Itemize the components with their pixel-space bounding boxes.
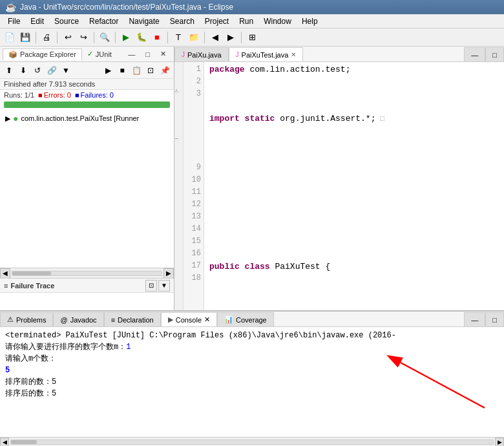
toolbar: 📄 💾 🖨 ↩ ↪ 🔍 ▶ 🐛 ■ T 📁 ◀ ▶ ⊞ (0, 28, 504, 47)
history-btn[interactable]: 📋 (130, 64, 143, 77)
progress-bar (4, 101, 170, 108)
refresh-btn[interactable]: ↺ (31, 64, 44, 77)
hscroll-track[interactable] (10, 440, 494, 445)
menu-help[interactable]: Help (297, 16, 323, 27)
finished-text: Finished after 7.913 seconds (4, 80, 95, 88)
progress-bar-container (4, 101, 170, 108)
hscroll-right-btn[interactable]: ▶ (495, 438, 504, 447)
menu-search[interactable]: Search (165, 16, 200, 27)
console-icon: ▶ (168, 315, 173, 324)
tab-package-explorer[interactable]: 📦 Package Explorer (3, 48, 82, 60)
tab-javadoc[interactable]: @ Javadoc (53, 312, 103, 326)
menu-file[interactable]: File (3, 16, 25, 27)
sep5 (167, 32, 168, 43)
menu-source[interactable]: Source (49, 16, 84, 27)
link-editor-btn[interactable]: 🔗 (45, 64, 58, 77)
declaration-label: Declaration (118, 316, 154, 324)
menu-navigate[interactable]: Navigate (123, 16, 164, 27)
search-btn[interactable]: 🔍 (98, 30, 112, 45)
code-editor[interactable]: package com.lin.action.test; import stat… (204, 62, 504, 310)
javadoc-label: Javadoc (70, 316, 97, 324)
left-scrollbar[interactable]: ◀ ▶ (0, 268, 174, 278)
menu-project[interactable]: Project (200, 16, 234, 27)
failure-trace-panel: ≡ Failure Trace ⊡ ▼ (0, 278, 174, 310)
tree-item[interactable]: ▶ ● com.lin.action.test.PaiXuTest [Runne… (3, 112, 171, 125)
tab-coverage[interactable]: 📊 Coverage (217, 312, 274, 326)
code-area[interactable]: ⚠ − 123 910 1112131415 161718 package co… (174, 62, 504, 310)
stop-btn[interactable]: ■ (150, 30, 164, 45)
scroll-lock-btn[interactable]: 📌 (158, 64, 171, 77)
view-menu-btn[interactable]: ▼ (59, 64, 72, 77)
menu-edit[interactable]: Edit (25, 16, 49, 27)
print-btn[interactable]: 🖨 (39, 30, 54, 45)
run-btn[interactable]: ▶ (119, 30, 133, 45)
junit-label: JUnit (96, 50, 112, 58)
ftr-btn1[interactable]: ⊡ (145, 280, 157, 292)
declaration-icon: ≡ (111, 316, 115, 324)
collapse-all-btn[interactable]: ⬆ (3, 64, 16, 77)
failure-trace-header: ≡ Failure Trace ⊡ ▼ (0, 279, 174, 293)
rerun-btn[interactable]: ▶ (101, 64, 114, 77)
package-explorer-label: Package Explorer (20, 50, 76, 58)
tab-console[interactable]: ▶ Console ✕ (161, 312, 217, 326)
maximize-left-btn[interactable]: □ (140, 49, 155, 59)
toggle-btn[interactable]: ⊡ (144, 64, 157, 77)
next-edit-btn[interactable]: ▶ (224, 30, 238, 45)
minimize-bottom-btn[interactable]: — (464, 312, 485, 326)
scroll-right-btn[interactable]: ▶ (163, 268, 174, 279)
maximize-bottom-btn[interactable]: □ (485, 312, 504, 326)
tab-problems[interactable]: ⚠ Problems (0, 312, 53, 326)
scroll-track[interactable] (12, 271, 162, 276)
tab-declaration[interactable]: ≡ Declaration (104, 312, 161, 326)
menu-window[interactable]: Window (258, 16, 297, 27)
maximize-editor-btn[interactable]: □ (485, 47, 504, 61)
status-line: Finished after 7.913 seconds (0, 79, 174, 90)
tab-junit[interactable]: ✓ JUnit (82, 48, 117, 59)
menu-run[interactable]: Run (234, 16, 258, 27)
minimize-left-btn[interactable]: — (123, 49, 140, 59)
bottom-scrollbar[interactable]: ◀ ▶ (0, 437, 504, 446)
save-btn[interactable]: 💾 (18, 30, 32, 45)
close-left-btn[interactable]: ✕ (155, 48, 171, 59)
expand-all-btn[interactable]: ⬇ (17, 64, 30, 77)
close-tab-btn[interactable]: ✕ (291, 51, 296, 58)
menu-refactor[interactable]: Refactor (84, 16, 123, 27)
gutter-markers: ⚠ − (174, 62, 184, 310)
redo-btn[interactable]: ↪ (76, 30, 90, 45)
tab-paixu[interactable]: J PaiXu.java (174, 47, 229, 61)
perspective-btn[interactable]: ⊞ (245, 30, 259, 45)
new-btn[interactable]: 📄 (3, 30, 17, 45)
expand-icon: ▶ (5, 114, 10, 123)
upper-area: 📦 Package Explorer ✓ JUnit — □ ✕ ⬆ ⬇ ↺ 🔗… (0, 47, 504, 310)
coverage-label: Coverage (236, 316, 267, 324)
sep6 (204, 32, 205, 43)
paixu-tab-icon: J (182, 51, 185, 58)
bottom-tab-bar: ⚠ Problems @ Javadoc ≡ Declaration ▶ Con… (0, 312, 504, 327)
hscroll-left-btn[interactable]: ◀ (0, 438, 9, 447)
problems-label: Problems (16, 316, 46, 324)
paixutest-tab-label: PaiXuTest.java (242, 51, 289, 59)
title-icon: ☕ (5, 2, 16, 12)
ftr-btn2[interactable]: ▼ (158, 280, 170, 292)
open-type-btn[interactable]: T (171, 30, 185, 45)
prev-edit-btn[interactable]: ◀ (208, 30, 222, 45)
scroll-thumb (12, 271, 51, 275)
failure-icon: ■ (75, 91, 79, 99)
scroll-left-btn[interactable]: ◀ (0, 268, 10, 279)
console-label: Console (176, 316, 202, 324)
junit-icon: ✓ (87, 50, 93, 58)
undo-btn[interactable]: ↩ (61, 30, 75, 45)
tab-paixutest[interactable]: J PaiXuTest.java ✕ (229, 47, 304, 61)
close-console-btn[interactable]: ✕ (204, 315, 210, 324)
open-resource-btn[interactable]: 📁 (187, 30, 201, 45)
minimize-editor-btn[interactable]: — (464, 47, 485, 61)
title-bar: ☕ Java - UnitTwo/src/com/lin/action/test… (0, 0, 504, 14)
fold-marker-11[interactable]: − (174, 136, 178, 143)
stop-test-btn[interactable]: ■ (116, 64, 129, 77)
terminated-line: <terminated> PaiXuTest [JUnit] C:\Progra… (5, 330, 499, 341)
coverage-icon: 📊 (224, 315, 233, 324)
tree-area[interactable]: ▶ ● com.lin.action.test.PaiXuTest [Runne… (0, 109, 174, 268)
sep3 (94, 32, 94, 43)
debug-btn[interactable]: 🐛 (134, 30, 149, 45)
error-icon: ■ (38, 91, 43, 99)
